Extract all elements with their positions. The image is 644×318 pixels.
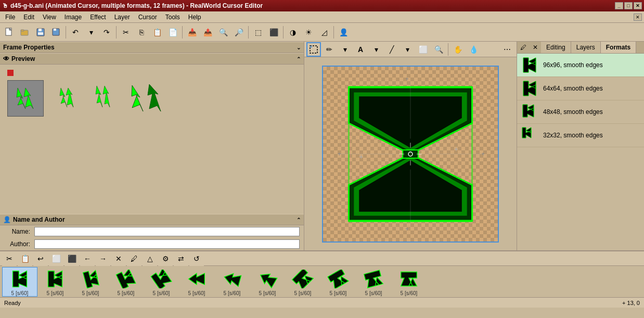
frame-item-1[interactable]: 5 [s/60] bbox=[2, 267, 37, 297]
frame-item-10[interactable]: 5 [s/60] bbox=[320, 267, 356, 297]
canvas-area: ✏ ▾ A ▾ ╱ ▾ ⬜ 🔍 ✋ 💧 ⋯ bbox=[304, 42, 517, 250]
toolbar-save[interactable] bbox=[33, 25, 48, 40]
toolbar-circle[interactable]: ◑ bbox=[286, 25, 300, 40]
toolbar-user[interactable]: 👤 bbox=[336, 25, 351, 40]
frame-item-11[interactable]: 5 [s/60] bbox=[356, 267, 391, 297]
menu-help[interactable]: Help bbox=[184, 12, 205, 22]
preview-frame-4[interactable] bbox=[127, 80, 169, 117]
toolbar-export[interactable]: 📤 bbox=[200, 25, 215, 40]
preview-panel: 👁 Preview ⌃ bbox=[0, 53, 304, 214]
toolbar-open[interactable] bbox=[18, 25, 32, 40]
frame-icon-5 bbox=[150, 270, 173, 288]
svg-marker-53 bbox=[522, 128, 531, 138]
canvas-eyedrop-tool[interactable]: 💧 bbox=[466, 42, 481, 57]
frame-item-4[interactable]: 5 [s/60] bbox=[108, 267, 144, 297]
formats-icon2[interactable]: ✕ bbox=[530, 42, 541, 53]
canvas-pencil-dropdown[interactable]: ▾ bbox=[338, 42, 352, 57]
frame-item-7[interactable]: 5 [s/60] bbox=[214, 267, 250, 297]
toolbar-copy[interactable]: ⎘ bbox=[134, 25, 149, 40]
frame-item-3[interactable]: 5 [s/60] bbox=[73, 267, 108, 297]
toolbar-paste[interactable]: 📋 bbox=[150, 25, 164, 40]
frame-item-5[interactable]: 5 [s/60] bbox=[144, 267, 179, 297]
frame-item-6[interactable]: 5 [s/60] bbox=[179, 267, 214, 297]
formats-panel: 🖊 ✕ Editing Layers Formats 96x96, smooth… bbox=[517, 42, 644, 250]
menu-tools[interactable]: Tools bbox=[161, 12, 184, 22]
toolbar-dropdown1[interactable]: ▾ bbox=[84, 25, 98, 40]
format-item-32[interactable]: 32x32, smooth edges bbox=[517, 124, 644, 147]
close-app-button[interactable]: ✕ bbox=[634, 14, 642, 21]
toolbar-import[interactable]: 📥 bbox=[185, 25, 199, 40]
formats-icon1[interactable]: 🖊 bbox=[517, 42, 530, 53]
author-input[interactable] bbox=[34, 239, 300, 249]
frame-item-8[interactable]: 5 [s/60] bbox=[250, 267, 285, 297]
strip-btn5[interactable]: ⬛ bbox=[65, 251, 79, 266]
frame-label-9: 5 [s/60] bbox=[294, 290, 312, 296]
menu-edit[interactable]: Edit bbox=[19, 12, 38, 22]
strip-btn6[interactable]: ← bbox=[80, 251, 95, 266]
canvas-zoom-tool[interactable]: 🔍 bbox=[431, 42, 446, 57]
canvas-pencil-tool[interactable]: ✏ bbox=[322, 42, 337, 57]
tab-layers[interactable]: Layers bbox=[571, 42, 601, 53]
menu-effect[interactable]: Effect bbox=[86, 12, 110, 22]
toolbar-cut[interactable]: ✂ bbox=[119, 25, 133, 40]
toolbar-select2[interactable]: ⬛ bbox=[266, 25, 281, 40]
menu-cursor[interactable]: Cursor bbox=[134, 12, 161, 22]
strip-btn10[interactable]: △ bbox=[143, 251, 157, 266]
maximize-button[interactable]: □ bbox=[624, 2, 633, 9]
minimize-button[interactable]: _ bbox=[615, 2, 623, 9]
title-bar-controls[interactable]: _ □ ✕ bbox=[615, 2, 642, 9]
preview-collapse[interactable]: ⌃ bbox=[297, 56, 301, 62]
strip-btn12[interactable]: ⇄ bbox=[174, 251, 188, 266]
menu-image[interactable]: Image bbox=[60, 12, 86, 22]
menu-file[interactable]: File bbox=[1, 12, 19, 22]
strip-btn2[interactable]: 📋 bbox=[18, 251, 32, 266]
frame-label-4: 5 [s/60] bbox=[118, 290, 135, 296]
canvas-text-dropdown[interactable]: ▾ bbox=[369, 42, 383, 57]
canvas-select-tool[interactable] bbox=[306, 42, 321, 57]
toolbar-new[interactable] bbox=[2, 25, 17, 40]
preview-frame-3[interactable] bbox=[91, 82, 117, 116]
toolbar-sep-5 bbox=[283, 26, 284, 39]
strip-btn3[interactable]: ↩ bbox=[33, 251, 48, 266]
preview-frame-2[interactable] bbox=[54, 83, 80, 114]
toolbar-select[interactable]: ⬚ bbox=[251, 25, 265, 40]
canvas-image[interactable]: + + + + + + bbox=[322, 66, 499, 243]
name-input[interactable] bbox=[34, 227, 300, 236]
format-item-48[interactable]: 48x48, smooth edges bbox=[517, 100, 644, 124]
format-item-64[interactable]: 64x64, smooth edges bbox=[517, 77, 644, 100]
canvas-line-dropdown[interactable]: ▾ bbox=[400, 42, 415, 57]
tab-editing[interactable]: Editing bbox=[541, 42, 571, 53]
toolbar-redo[interactable]: ↷ bbox=[99, 25, 114, 40]
menu-layer[interactable]: Layer bbox=[110, 12, 134, 22]
canvas-expand[interactable]: ⋯ bbox=[500, 42, 514, 57]
preview-frame-1[interactable] bbox=[7, 80, 44, 117]
toolbar-scan[interactable]: 🔍 bbox=[216, 25, 230, 40]
strip-btn13[interactable]: ↺ bbox=[189, 251, 204, 266]
strip-btn7[interactable]: → bbox=[96, 251, 110, 266]
frame-item-9[interactable]: 5 [s/60] bbox=[285, 267, 320, 297]
toolbar-scan2[interactable]: 🔎 bbox=[231, 25, 246, 40]
tab-formats[interactable]: Formats bbox=[601, 42, 636, 53]
strip-btn1[interactable]: ✂ bbox=[2, 251, 17, 266]
canvas-text-tool[interactable]: A bbox=[353, 42, 368, 57]
frame-properties-collapse[interactable]: ⌄ bbox=[297, 45, 301, 50]
toolbar-paste2[interactable]: 📄 bbox=[165, 25, 180, 40]
canvas-eraser-tool[interactable]: ⬜ bbox=[416, 42, 430, 57]
strip-btn11[interactable]: ⚙ bbox=[158, 251, 173, 266]
toolbar-undo[interactable]: ↶ bbox=[68, 25, 83, 40]
frame-item-12[interactable]: 5 [s/60] bbox=[391, 267, 427, 297]
strip-btn9[interactable]: 🖊 bbox=[127, 251, 141, 266]
canvas-hand-tool[interactable]: ✋ bbox=[450, 42, 465, 57]
toolbar-triangle[interactable]: ◿ bbox=[317, 25, 331, 40]
strip-btn8[interactable]: ✕ bbox=[111, 251, 126, 266]
frame-item-2[interactable]: 5 [s/60] bbox=[37, 267, 73, 297]
toolbar-saveall[interactable] bbox=[49, 25, 63, 40]
strip-btn4[interactable]: ⬜ bbox=[49, 251, 63, 266]
svg-marker-58 bbox=[116, 270, 135, 288]
toolbar-sun[interactable]: ☀ bbox=[301, 25, 316, 40]
menu-view[interactable]: View bbox=[38, 12, 60, 22]
format-item-96[interactable]: 96x96, smooth edges bbox=[517, 54, 644, 77]
canvas-line-tool[interactable]: ╱ bbox=[384, 42, 399, 57]
name-author-collapse[interactable]: ⌃ bbox=[297, 217, 301, 223]
close-button[interactable]: ✕ bbox=[634, 2, 642, 9]
